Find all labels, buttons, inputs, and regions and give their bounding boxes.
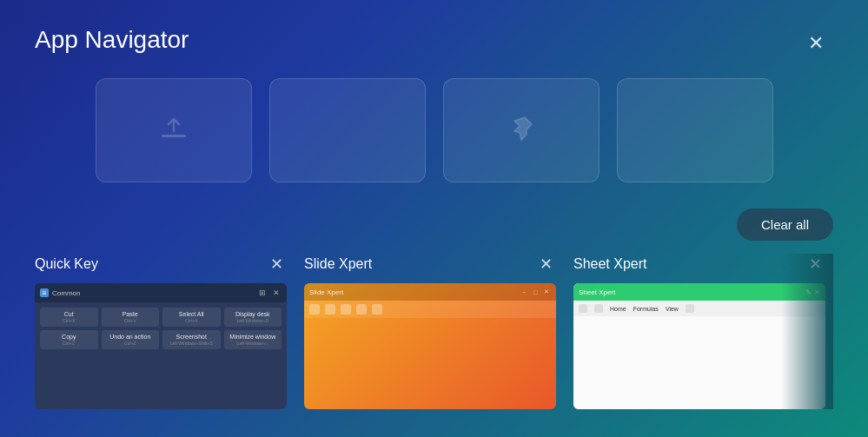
sx-tool-3 xyxy=(341,304,351,315)
close-sheetxpert-button[interactable]: ✕ xyxy=(805,254,825,275)
sx-tool-4 xyxy=(356,304,367,315)
app-card-sheetxpert: Sheet Xpert ✕ Sheet Xpert ✎ ✕ Ho xyxy=(573,254,825,409)
app-name-quickkey: Quick Key xyxy=(35,256,98,272)
qk-title: Common xyxy=(52,289,80,297)
shx-close-icon: ✕ xyxy=(814,288,820,296)
qk-key-cut: Cut Ctrl+X xyxy=(40,308,98,327)
qk-key-undo: Undo an action Ctrl+Z xyxy=(102,330,160,349)
qk-key-display: Display desk Left Windows+D xyxy=(224,308,282,327)
shx-content xyxy=(573,316,825,409)
sx-tool-2 xyxy=(325,304,335,315)
thumbnail-quickkey[interactable]: ≡ Common ⊞ ✕ Cut Ctrl+X xyxy=(35,283,287,409)
qk-icon: ≡ xyxy=(40,288,49,297)
pin-icon xyxy=(507,114,535,148)
clear-all-row: Clear all xyxy=(35,209,833,241)
shx-menu-formulas: Formulas xyxy=(633,306,659,312)
apps-row: Quick Key ✕ ≡ Common ⊞ ✕ xyxy=(35,254,833,409)
shx-menu-tool-1 xyxy=(579,304,587,313)
shx-menu-tool-2 xyxy=(594,304,603,313)
sx-titlebar: Slide Xpert − □ ✕ xyxy=(304,283,556,301)
qk-settings-icon: ⊞ xyxy=(257,288,268,298)
qk-key-selectall: Select All Ctrl+A xyxy=(162,308,221,327)
qk-key-paste: Paste Ctrl+V xyxy=(102,308,160,327)
slot-empty-1[interactable] xyxy=(269,78,426,182)
shx-menu-tool-3 xyxy=(686,304,694,313)
thumbnail-sheetxpert[interactable]: Sheet Xpert ✎ ✕ Home Formulas View xyxy=(573,283,825,409)
thumbnail-slidexpert[interactable]: Slide Xpert − □ ✕ xyxy=(304,283,556,409)
qk-titlebar: ≡ Common ⊞ ✕ xyxy=(35,283,287,302)
sx-max-icon: □ xyxy=(531,288,540,296)
sx-min-icon: − xyxy=(520,288,528,296)
qk-key-screenshot: Screenshot Left Windows+Shift+S xyxy=(162,330,221,349)
sx-content xyxy=(304,318,556,409)
qk-key-minimize: Minimize window Left Windows+↓ xyxy=(224,330,282,349)
close-slidexpert-button[interactable]: ✕ xyxy=(535,254,556,275)
sx-tool-5 xyxy=(372,304,382,315)
slot-upload[interactable] xyxy=(96,78,252,182)
sx-tool-1 xyxy=(309,304,320,315)
shx-menubar: Home Formulas View xyxy=(573,301,825,316)
svg-rect-0 xyxy=(162,135,186,137)
slot-pin[interactable] xyxy=(443,78,600,182)
upload-icon xyxy=(158,112,189,149)
slot-empty-2[interactable] xyxy=(617,78,773,182)
shx-title: Sheet Xpert xyxy=(579,288,615,296)
shx-menu-view: View xyxy=(666,306,679,312)
app-name-slidexpert: Slide Xpert xyxy=(304,256,372,272)
clear-all-button[interactable]: Clear all xyxy=(737,209,833,241)
shx-edit-icon: ✎ xyxy=(805,288,812,296)
qk-keys-grid: Cut Ctrl+X Paste Ctrl+V Select All Ctrl+… xyxy=(35,302,287,354)
close-button[interactable]: ✕ xyxy=(798,26,833,61)
app-card-quickkey: Quick Key ✕ ≡ Common ⊞ ✕ xyxy=(35,254,287,409)
top-slots-row xyxy=(35,78,833,182)
qk-close-icon: ✕ xyxy=(271,288,282,298)
header: App Navigator ✕ xyxy=(35,26,833,61)
sx-toolbar xyxy=(304,301,556,318)
app-card-header-slidexpert: Slide Xpert ✕ xyxy=(304,254,556,275)
page-title: App Navigator xyxy=(35,26,189,54)
shx-titlebar: Sheet Xpert ✎ ✕ xyxy=(573,283,825,301)
sx-close-icon: ✕ xyxy=(542,288,551,296)
qk-key-copy: Copy Ctrl+C xyxy=(40,330,98,349)
app-card-header-sheetxpert: Sheet Xpert ✕ xyxy=(573,254,825,275)
app-navigator: App Navigator ✕ Clear all xyxy=(0,0,868,437)
app-card-slidexpert: Slide Xpert ✕ Slide Xpert − □ ✕ xyxy=(304,254,556,409)
close-quickkey-button[interactable]: ✕ xyxy=(266,254,287,275)
app-card-header-quickkey: Quick Key ✕ xyxy=(35,254,287,275)
app-name-sheetxpert: Sheet Xpert xyxy=(573,256,647,272)
shx-menu-home: Home xyxy=(610,306,626,312)
sx-title: Slide Xpert xyxy=(309,288,343,296)
